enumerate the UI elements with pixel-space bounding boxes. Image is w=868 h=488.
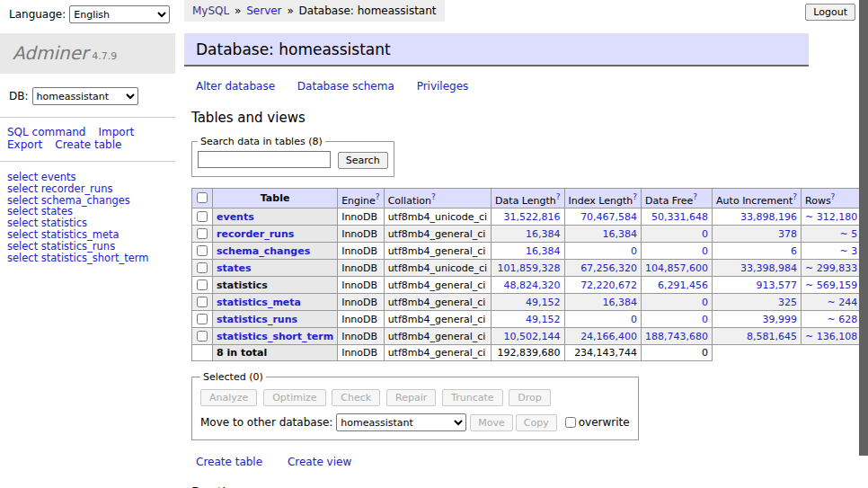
breadcrumb-link-server[interactable]: Server <box>246 4 281 17</box>
rows-count-link[interactable]: ~ 5 <box>839 228 857 240</box>
index-length-link[interactable]: 24,166,400 <box>580 331 637 342</box>
rows-count-link[interactable]: ~ 136,108 <box>805 331 857 342</box>
row-checkbox[interactable] <box>197 262 208 273</box>
data-free-link[interactable]: 6,291,456 <box>658 279 708 291</box>
table-link-states[interactable]: states <box>217 262 252 274</box>
auto-increment-link[interactable]: 325 <box>778 297 797 308</box>
table-link-statistics-runs[interactable]: statistics_runs <box>217 314 297 325</box>
data-free-link[interactable]: 188,743,680 <box>645 331 708 342</box>
sidebar-link-import[interactable]: Import <box>98 126 134 138</box>
check-button[interactable]: Check <box>332 389 380 406</box>
help-icon[interactable]: ? <box>556 192 561 201</box>
overwrite-checkbox[interactable] <box>565 417 576 428</box>
copy-button[interactable]: Copy <box>516 414 557 431</box>
data-length-link[interactable]: 10,502,144 <box>504 331 561 342</box>
table-link-statistics-meta[interactable]: statistics_meta <box>217 297 301 308</box>
rows-count-link[interactable]: ~ 299,833 <box>805 262 857 274</box>
logout-button[interactable]: Logout <box>805 4 855 21</box>
table-link-schema-changes[interactable]: schema_changes <box>217 245 310 257</box>
privileges-link[interactable]: Privileges <box>417 80 469 93</box>
rows-count-link[interactable]: ~ 628 <box>827 314 857 325</box>
truncate-button[interactable]: Truncate <box>442 389 502 406</box>
sidebar-item-select-recorder-runs[interactable]: select recorder_runs <box>7 183 175 195</box>
data-length-link[interactable]: 48,824,320 <box>504 279 561 291</box>
row-checkbox[interactable] <box>197 314 208 324</box>
optimize-button[interactable]: Optimize <box>263 389 325 406</box>
breadcrumb-current: Database: homeassistant <box>299 4 437 17</box>
scrollbar-thumb[interactable] <box>859 0 868 456</box>
language-select[interactable]: English <box>69 5 170 23</box>
index-length-link[interactable]: 72,220,672 <box>580 279 637 291</box>
row-checkbox[interactable] <box>197 211 208 222</box>
sidebar-link-sql-command[interactable]: SQL command <box>7 126 85 138</box>
data-length-link[interactable]: 31,522,816 <box>504 211 561 223</box>
help-icon[interactable]: ? <box>633 192 637 201</box>
help-icon[interactable]: ? <box>431 192 436 201</box>
help-icon[interactable]: ? <box>376 192 380 201</box>
data-length-link[interactable]: 49,152 <box>526 314 561 325</box>
tables-list: Table Engine? Collation? Data Length? In… <box>191 188 868 362</box>
sidebar-item-select-statistics-meta[interactable]: select statistics_meta <box>7 229 175 241</box>
row-checkbox[interactable] <box>197 297 208 307</box>
database-schema-link[interactable]: Database schema <box>297 80 394 93</box>
drop-button[interactable]: Drop <box>509 389 550 406</box>
index-length-link[interactable]: 0 <box>631 314 637 325</box>
rows-count-link[interactable]: ~ 569,159 <box>805 279 857 291</box>
index-length-link[interactable]: 70,467,584 <box>580 211 637 223</box>
search-button[interactable]: Search <box>338 152 388 169</box>
table-link-recorder-runs[interactable]: recorder_runs <box>217 228 294 240</box>
create-view-link[interactable]: Create view <box>288 456 351 468</box>
select-all-checkbox[interactable] <box>197 192 208 203</box>
data-free-link[interactable]: 104,857,600 <box>645 262 708 274</box>
sidebar-link-create-table[interactable]: Create table <box>55 138 121 151</box>
sidebar-item-select-events[interactable]: select events <box>7 172 175 183</box>
repair-button[interactable]: Repair <box>386 389 436 406</box>
total-engine-cell: InnoDB <box>338 345 384 361</box>
table-link-statistics[interactable]: statistics <box>217 279 268 291</box>
data-length-link[interactable]: 16,384 <box>526 228 561 240</box>
help-icon[interactable]: ? <box>693 192 697 201</box>
data-length-link[interactable]: 49,152 <box>526 297 561 308</box>
sidebar-item-select-statistics-runs[interactable]: select statistics_runs <box>7 241 175 253</box>
sidebar-link-export[interactable]: Export <box>7 138 42 151</box>
data-free-link[interactable]: 50,331,648 <box>651 211 708 223</box>
data-free-link[interactable]: 0 <box>702 297 708 308</box>
auto-increment-link[interactable]: 33,898,196 <box>740 211 797 223</box>
index-length-link[interactable]: 16,384 <box>603 228 638 240</box>
index-length-link[interactable]: 16,384 <box>603 297 638 308</box>
help-icon[interactable]: ? <box>793 192 797 201</box>
search-input[interactable] <box>198 151 331 168</box>
data-free-link[interactable]: 0 <box>702 228 708 240</box>
analyze-button[interactable]: Analyze <box>200 389 257 406</box>
db-select[interactable]: homeassistant <box>32 87 138 105</box>
row-checkbox[interactable] <box>197 228 208 239</box>
move-database-select[interactable]: homeassistant <box>336 413 466 431</box>
rows-count-link[interactable]: ~ 3 <box>839 245 857 257</box>
alter-database-link[interactable]: Alter database <box>196 80 275 93</box>
index-length-link[interactable]: 0 <box>631 245 637 257</box>
rows-count-link[interactable]: ~ 244 <box>827 297 857 308</box>
row-checkbox[interactable] <box>197 245 208 256</box>
row-checkbox[interactable] <box>197 331 208 342</box>
data-length-link[interactable]: 101,859,328 <box>498 262 561 274</box>
move-button[interactable]: Move <box>470 414 513 431</box>
sidebar-item-select-statistics-short-term[interactable]: select statistics_short_term <box>7 253 175 264</box>
table-link-statistics-short-term[interactable]: statistics_short_term <box>217 331 333 342</box>
help-icon[interactable]: ? <box>831 192 836 201</box>
breadcrumb-link-mysql[interactable]: MySQL <box>192 4 229 17</box>
data-free-link[interactable]: 0 <box>702 245 708 257</box>
row-checkbox[interactable] <box>197 279 208 290</box>
auto-increment-link[interactable]: 913,577 <box>757 279 798 291</box>
auto-increment-link[interactable]: 39,999 <box>763 314 798 325</box>
auto-increment-link[interactable]: 378 <box>778 228 797 240</box>
data-length-link[interactable]: 16,384 <box>526 245 561 257</box>
auto-increment-link[interactable]: 6 <box>791 245 797 257</box>
rows-count-link[interactable]: ~ 312,180 <box>805 211 857 223</box>
table-link-events[interactable]: events <box>217 211 254 223</box>
auto-increment-link[interactable]: 8,581,645 <box>747 331 797 342</box>
auto-increment-link[interactable]: 33,398,984 <box>740 262 797 274</box>
collation-cell: utf8mb4_general_ci <box>384 243 491 260</box>
create-table-link[interactable]: Create table <box>196 456 262 468</box>
data-free-link[interactable]: 0 <box>702 314 708 325</box>
index-length-link[interactable]: 67,256,320 <box>580 262 637 274</box>
